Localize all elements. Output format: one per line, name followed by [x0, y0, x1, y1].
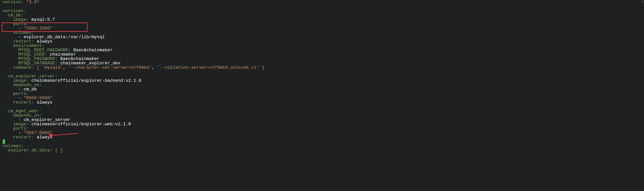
code-line: [3, 4, 641, 9]
code-line: image: chainmakerofficial/explorer-backe…: [3, 78, 641, 83]
code-line: volumes:: [3, 144, 641, 148]
code-line: version: "3.9": [3, 0, 641, 4]
code-line: - explorer_db_data:/var/lib/mysql: [3, 35, 641, 39]
code-line: ports:: [3, 126, 641, 131]
code-line: [3, 105, 641, 109]
code-line: image: chainmakerofficial/explorer-web:v…: [3, 122, 641, 126]
code-line: depends_on:: [3, 83, 641, 87]
code-line: cm_db:: [3, 13, 641, 17]
code-line: cm_mgmt_web:: [3, 109, 641, 113]
code-line: [3, 139, 641, 144]
code-line: image: mysql:5.7: [3, 17, 641, 22]
code-line: services:: [3, 9, 641, 13]
code-line: - "3306:3306": [3, 26, 641, 30]
code-line: restart: always: [3, 39, 641, 44]
code-line: [3, 70, 641, 74]
yaml-editor[interactable]: version: "3.9" services: cm_db: image: m…: [0, 0, 644, 152]
code-line: restart: always: [3, 100, 641, 105]
code-line: - "8887:8080": [3, 131, 641, 135]
code-line: ports:: [3, 91, 641, 96]
code-line: depends_on:: [3, 113, 641, 118]
code-line: - cm_db: [3, 87, 641, 91]
code-line: ports:: [3, 22, 641, 26]
code-line: restart: always: [3, 135, 641, 139]
scroll-up-indicator: ^: [641, 1, 643, 4]
code-line: MYSQL_ROOT_PASSWORD: Baec&chainmaker: [3, 48, 641, 52]
code-line: command: [ 'mysqld', '--character-set-se…: [3, 65, 641, 70]
code-line: - "8888:8888": [3, 96, 641, 100]
code-line: explorer_db_data: { }: [3, 148, 641, 152]
